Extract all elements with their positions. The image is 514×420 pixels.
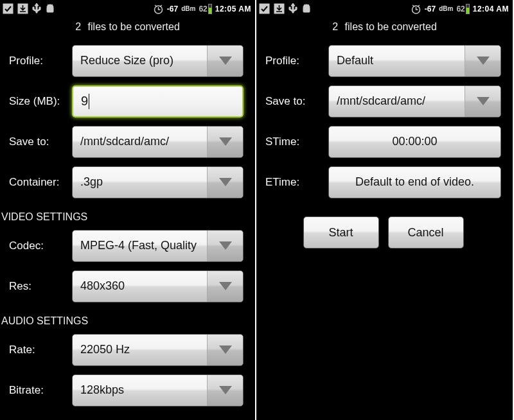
android-icon bbox=[45, 3, 55, 14]
res-value: 480x360 bbox=[80, 279, 207, 293]
usb-icon bbox=[288, 3, 297, 15]
signal-strength: -67 bbox=[167, 4, 178, 13]
checkbox-icon bbox=[3, 3, 13, 14]
stime-label: STime: bbox=[256, 136, 328, 148]
screen-left: -67 dBm 62 12:05 AM 2 files to be conver… bbox=[0, 0, 256, 420]
etime-button[interactable]: Default to end of video. bbox=[328, 166, 501, 198]
stime-button[interactable]: 00:00:00 bbox=[328, 126, 501, 158]
stime-value: 00:00:00 bbox=[392, 135, 437, 148]
saveto-label: Save to: bbox=[0, 136, 72, 148]
subheader: 2 files to be converted bbox=[256, 17, 513, 40]
saveto-select[interactable]: /mnt/sdcard/amc/ bbox=[328, 85, 501, 118]
status-bar: -67 dBm 62 12:05 AM bbox=[0, 0, 255, 17]
container-value: .3gp bbox=[80, 175, 207, 189]
signal-unit: dBm bbox=[439, 5, 453, 12]
chevron-down-icon bbox=[465, 46, 501, 76]
battery-indicator: 62 bbox=[199, 4, 211, 14]
usb-icon bbox=[32, 3, 41, 15]
bitrate-label: Bitrate: bbox=[0, 384, 72, 397]
profile-label: Profile: bbox=[256, 55, 328, 67]
codec-label: Codec: bbox=[0, 240, 72, 252]
alarm-icon bbox=[153, 3, 164, 14]
battery-icon bbox=[466, 4, 470, 14]
signal-unit: dBm bbox=[181, 5, 195, 12]
android-icon bbox=[301, 3, 312, 14]
chevron-down-icon bbox=[207, 231, 243, 261]
bitrate-value: 128kbps bbox=[80, 383, 207, 397]
cancel-label: Cancel bbox=[407, 226, 443, 240]
saveto-value: /mnt/sdcard/amc/ bbox=[80, 135, 207, 148]
rate-value: 22050 Hz bbox=[80, 343, 207, 356]
video-section-header: VIDEO SETTINGS bbox=[0, 202, 253, 225]
settings-form: Profile: Default Save to: /mnt/sdcard/am… bbox=[256, 40, 513, 249]
svg-rect-6 bbox=[260, 4, 269, 13]
res-select[interactable]: 480x360 bbox=[72, 270, 244, 302]
start-label: Start bbox=[328, 226, 353, 240]
codec-value: MPEG-4 (Fast, Quality bbox=[80, 239, 207, 252]
saveto-value: /mnt/sdcard/amc/ bbox=[337, 94, 465, 108]
svg-rect-2 bbox=[47, 7, 53, 12]
start-button[interactable]: Start bbox=[303, 216, 379, 249]
profile-value: Reduce Size (pro) bbox=[80, 54, 207, 67]
chevron-down-icon bbox=[207, 375, 243, 406]
bitrate-select[interactable]: 128kbps bbox=[72, 374, 244, 407]
download-icon bbox=[274, 3, 285, 14]
profile-select[interactable]: Reduce Size (pro) bbox=[72, 45, 244, 77]
rate-select[interactable]: 22050 Hz bbox=[72, 334, 244, 366]
subheader: 2 files to be converted bbox=[0, 17, 255, 40]
signal-strength: -67 bbox=[425, 4, 436, 13]
profile-value: Default bbox=[337, 54, 465, 67]
profile-label: Profile: bbox=[0, 55, 72, 67]
status-bar: -67 dBm 62 12:04 AM bbox=[256, 0, 513, 17]
subheader-text: files to be converted bbox=[88, 21, 180, 32]
saveto-select[interactable]: /mnt/sdcard/amc/ bbox=[72, 126, 244, 158]
codec-select[interactable]: MPEG-4 (Fast, Quality bbox=[72, 230, 244, 262]
profile-select[interactable]: Default bbox=[328, 45, 501, 77]
size-value: 9 bbox=[81, 94, 88, 109]
cancel-button[interactable]: Cancel bbox=[388, 216, 464, 249]
svg-rect-8 bbox=[303, 7, 310, 12]
settings-form: Profile: Reduce Size (pro) Size (MB): 9 … bbox=[0, 40, 255, 410]
etime-value: Default to end of video. bbox=[355, 175, 474, 189]
clock: 12:04 AM bbox=[473, 4, 509, 13]
screen-right: -67 dBm 62 12:04 AM 2 files to be conver… bbox=[256, 0, 513, 420]
alarm-icon bbox=[411, 3, 421, 14]
audio-section-header: AUDIO SETTINGS bbox=[0, 306, 253, 329]
file-count: 2 bbox=[332, 21, 338, 32]
file-count: 2 bbox=[75, 21, 81, 32]
saveto-label: Save to: bbox=[256, 95, 328, 108]
etime-label: ETime: bbox=[256, 176, 328, 189]
button-row: Start Cancel bbox=[256, 202, 510, 249]
battery-percent: 62 bbox=[199, 4, 207, 13]
battery-icon bbox=[208, 4, 212, 14]
rate-label: Rate: bbox=[0, 344, 72, 356]
text-cursor bbox=[89, 94, 89, 109]
chevron-down-icon bbox=[207, 127, 243, 157]
chevron-down-icon bbox=[207, 335, 243, 365]
chevron-down-icon bbox=[207, 167, 243, 198]
chevron-down-icon bbox=[207, 271, 243, 302]
battery-indicator: 62 bbox=[456, 4, 469, 14]
battery-percent: 62 bbox=[456, 4, 465, 13]
res-label: Res: bbox=[0, 280, 72, 293]
chevron-down-icon bbox=[465, 86, 501, 117]
svg-rect-0 bbox=[3, 4, 13, 13]
subheader-text: files to be converted bbox=[345, 21, 437, 32]
size-input[interactable]: 9 bbox=[72, 85, 244, 118]
clock: 12:05 AM bbox=[215, 4, 251, 13]
container-label: Container: bbox=[0, 176, 72, 189]
container-select[interactable]: .3gp bbox=[72, 166, 244, 198]
checkbox-icon bbox=[259, 3, 270, 14]
download-icon bbox=[17, 3, 28, 14]
size-label: Size (MB): bbox=[0, 95, 72, 108]
chevron-down-icon bbox=[207, 46, 243, 76]
